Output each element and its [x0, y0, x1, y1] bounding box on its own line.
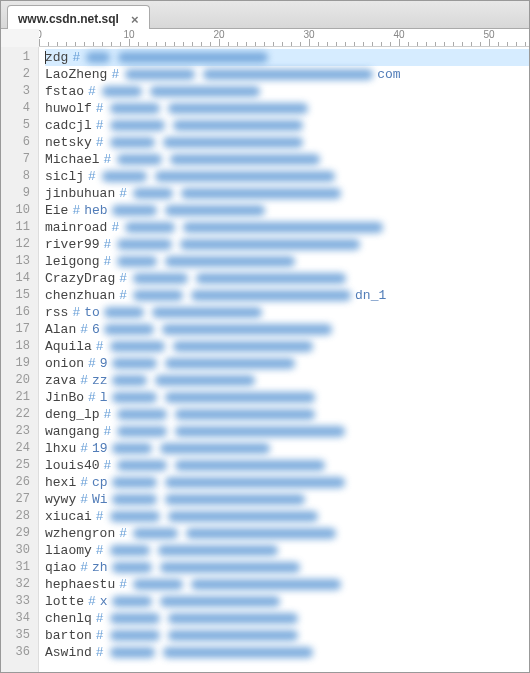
username: qiao — [45, 560, 76, 575]
code-line[interactable]: onion#9 — [45, 355, 529, 372]
code-line[interactable]: mainroad# — [45, 219, 529, 236]
obscured-content — [133, 579, 341, 590]
line-number: 36 — [1, 644, 38, 661]
line-number: 18 — [1, 338, 38, 355]
obscured-content — [117, 460, 325, 471]
username: Eie — [45, 203, 68, 218]
file-tab[interactable]: www.csdn.net.sql × — [7, 5, 150, 29]
username: zdg — [45, 50, 68, 65]
line-number: 27 — [1, 491, 38, 508]
line-number: 20 — [1, 372, 38, 389]
line-number: 11 — [1, 219, 38, 236]
code-line[interactable]: wywy#Wi — [45, 491, 529, 508]
line-number: 22 — [1, 406, 38, 423]
separator: # — [92, 628, 108, 643]
separator: # — [68, 50, 84, 65]
separator: # — [100, 254, 116, 269]
partial-text: heb — [84, 203, 109, 218]
code-line[interactable]: LaoZheng#com — [45, 66, 529, 83]
code-line[interactable]: chenzhuan#dn_1 — [45, 287, 529, 304]
line-number: 6 — [1, 134, 38, 151]
separator: # — [107, 67, 123, 82]
line-number: 12 — [1, 236, 38, 253]
username: Alan — [45, 322, 76, 337]
code-line[interactable]: deng_lp# — [45, 406, 529, 423]
obscured-content — [110, 545, 278, 556]
obscured-content — [86, 52, 268, 63]
username: chenzhuan — [45, 288, 115, 303]
separator: # — [84, 84, 100, 99]
username: lotte — [45, 594, 84, 609]
line-number: 5 — [1, 117, 38, 134]
code-area[interactable]: zdg#LaoZheng#comfstao#huwolf#cadcjl#nets… — [39, 47, 529, 672]
code-line[interactable]: wzhengron# — [45, 525, 529, 542]
username: zava — [45, 373, 76, 388]
code-line[interactable]: leigong# — [45, 253, 529, 270]
code-line[interactable]: barton# — [45, 627, 529, 644]
line-number: 14 — [1, 270, 38, 287]
code-line[interactable]: wangang# — [45, 423, 529, 440]
code-line[interactable]: fstao# — [45, 83, 529, 100]
code-line[interactable]: louis40# — [45, 457, 529, 474]
code-line[interactable]: rss#to — [45, 304, 529, 321]
username: lhxu — [45, 441, 76, 456]
obscured-content — [112, 477, 345, 488]
code-line[interactable]: jinbuhuan# — [45, 185, 529, 202]
code-line[interactable]: huwolf# — [45, 100, 529, 117]
line-number: 29 — [1, 525, 38, 542]
code-line[interactable]: hexi#cp — [45, 474, 529, 491]
obscured-content — [112, 205, 265, 216]
obscured-content — [110, 341, 313, 352]
code-line[interactable]: Michael# — [45, 151, 529, 168]
close-icon[interactable]: × — [129, 13, 141, 26]
code-line[interactable]: liaomy# — [45, 542, 529, 559]
code-line[interactable]: chenlq# — [45, 610, 529, 627]
separator: # — [76, 373, 92, 388]
separator: # — [84, 169, 100, 184]
username: netsky — [45, 135, 92, 150]
username: huwolf — [45, 101, 92, 116]
username: fstao — [45, 84, 84, 99]
code-line[interactable]: siclj# — [45, 168, 529, 185]
line-number: 7 — [1, 151, 38, 168]
username: wangang — [45, 424, 100, 439]
line-number: 17 — [1, 321, 38, 338]
code-line[interactable]: zava#zz — [45, 372, 529, 389]
code-line[interactable]: Eie#heb — [45, 202, 529, 219]
code-line[interactable]: hephaestu# — [45, 576, 529, 593]
line-number: 30 — [1, 542, 38, 559]
code-line[interactable]: Alan#6 — [45, 321, 529, 338]
code-line[interactable]: Aquila# — [45, 338, 529, 355]
obscured-content — [112, 443, 270, 454]
separator: # — [84, 390, 100, 405]
username: wywy — [45, 492, 76, 507]
separator: # — [100, 237, 116, 252]
username: JinBo — [45, 390, 84, 405]
code-line[interactable]: xiucai# — [45, 508, 529, 525]
line-number: 34 — [1, 610, 38, 627]
line-number: 28 — [1, 508, 38, 525]
partial-text: to — [84, 305, 102, 320]
code-line[interactable]: lotte#x — [45, 593, 529, 610]
code-line[interactable]: zdg# — [45, 49, 529, 66]
obscured-content — [110, 511, 318, 522]
code-line[interactable]: cadcjl# — [45, 117, 529, 134]
code-line[interactable]: river99# — [45, 236, 529, 253]
line-number: 31 — [1, 559, 38, 576]
separator: # — [100, 407, 116, 422]
line-number-gutter: 1234567891011121314151617181920212223242… — [1, 47, 39, 672]
separator: # — [92, 645, 108, 660]
separator: # — [76, 475, 92, 490]
separator: # — [115, 577, 131, 592]
username: cadcjl — [45, 118, 92, 133]
tab-title: www.csdn.net.sql — [18, 12, 119, 26]
partial-text: 19 — [92, 441, 110, 456]
code-line[interactable]: CrazyDrag# — [45, 270, 529, 287]
username: hexi — [45, 475, 76, 490]
code-line[interactable]: qiao#zh — [45, 559, 529, 576]
code-line[interactable]: netsky# — [45, 134, 529, 151]
code-line[interactable]: lhxu#19 — [45, 440, 529, 457]
line-number: 16 — [1, 304, 38, 321]
code-line[interactable]: JinBo#l — [45, 389, 529, 406]
code-line[interactable]: Aswind# — [45, 644, 529, 661]
